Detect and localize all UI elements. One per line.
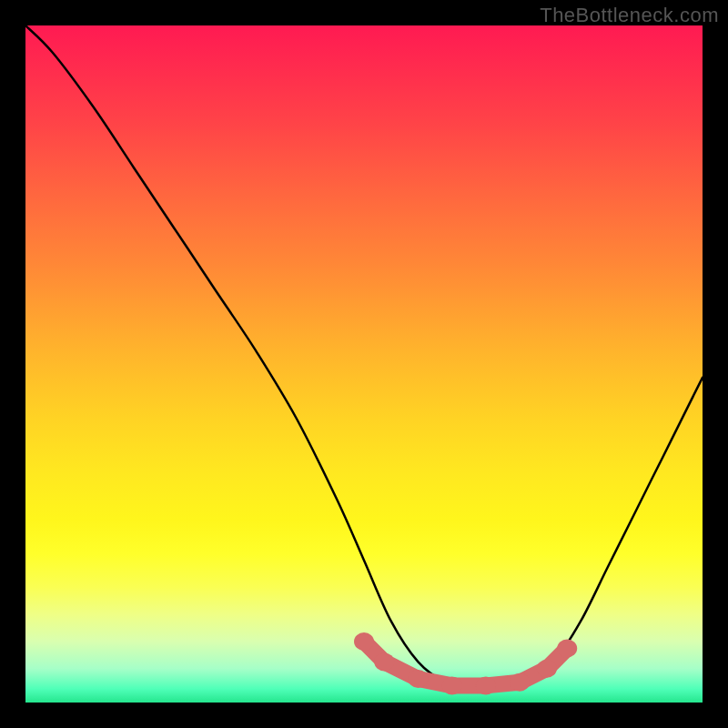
plot-area xyxy=(25,25,703,703)
trough-marker-dot xyxy=(476,676,496,694)
trough-marker-dot xyxy=(442,676,462,694)
watermark-text: TheBottleneck.com xyxy=(540,4,719,27)
chart-frame: TheBottleneck.com xyxy=(0,0,728,728)
trough-marker-dot xyxy=(354,632,374,651)
trough-marker-dot xyxy=(537,660,557,678)
bottleneck-curve xyxy=(25,25,703,690)
trough-marker-dot xyxy=(409,670,429,688)
trough-marker-dot xyxy=(374,652,394,671)
trough-marker-dot xyxy=(557,640,577,658)
trough-markers xyxy=(354,632,577,694)
trough-marker-dot xyxy=(510,673,530,692)
curve-layer xyxy=(25,25,703,703)
